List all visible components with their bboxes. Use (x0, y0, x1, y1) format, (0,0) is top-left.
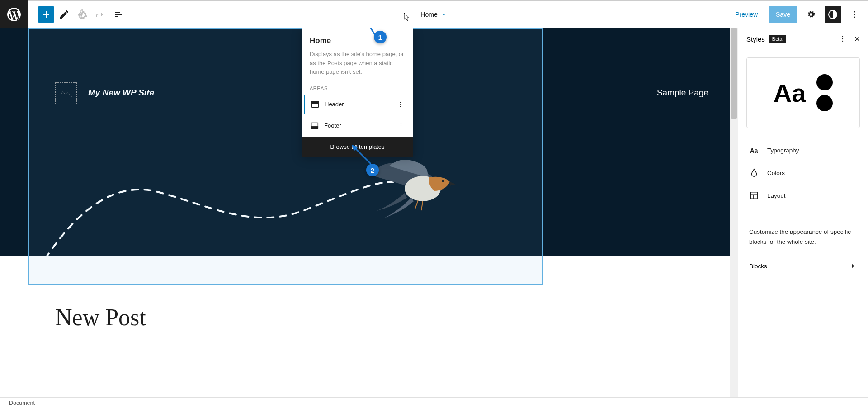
undo-arrow-icon (77, 9, 88, 20)
post-title[interactable]: New Post (55, 304, 146, 331)
canvas-scrollbar[interactable] (730, 28, 738, 397)
annotation-2: 2 (366, 164, 379, 176)
header-layout-icon (310, 100, 320, 109)
layout-icon (749, 190, 759, 200)
divider (738, 218, 868, 218)
svg-point-22 (842, 41, 843, 42)
svg-point-20 (842, 36, 843, 37)
sidebar-header: Styles Beta (738, 28, 868, 50)
annotation-arrow-icon (352, 145, 374, 167)
annotation-arrow-icon (360, 28, 378, 39)
bird-illustration (362, 152, 457, 225)
style-preview-text: Aa (774, 78, 806, 108)
save-button[interactable]: Save (769, 6, 797, 23)
blocks-item[interactable]: Blocks (738, 256, 868, 276)
svg-line-16 (363, 28, 376, 37)
topbar-right: Preview Save (730, 6, 868, 23)
add-block-button[interactable] (38, 6, 54, 23)
editor-canvas[interactable]: My New WP Site Sample Page New Post Home… (0, 28, 738, 397)
sidebar-close-button[interactable] (852, 33, 863, 44)
site-title-link[interactable]: My New WP Site (88, 88, 154, 98)
color-swatches (816, 74, 833, 111)
close-icon (853, 34, 862, 43)
typography-icon: Aa (749, 145, 759, 155)
edit-tool-button[interactable] (56, 6, 72, 23)
mouse-cursor-icon (404, 13, 411, 22)
styles-toggle-button[interactable] (825, 6, 841, 23)
kebab-icon (849, 9, 860, 20)
chevron-down-icon (441, 11, 448, 18)
area-item-footer[interactable]: Footer (304, 116, 410, 135)
style-preview-card[interactable]: Aa (746, 57, 860, 128)
styles-sidebar: Styles Beta Aa Aa Typography Colors Layo… (738, 28, 868, 397)
svg-point-21 (842, 38, 843, 39)
pencil-icon (59, 9, 70, 20)
svg-point-8 (400, 102, 401, 103)
typography-item[interactable]: Aa Typography (738, 139, 868, 161)
template-selector[interactable]: Home (420, 11, 447, 18)
svg-point-9 (400, 104, 401, 104)
nav-sample-page[interactable]: Sample Page (657, 88, 708, 98)
annotation-1: 1 (374, 31, 387, 43)
footer-layout-icon (310, 121, 320, 131)
dropdown-title: Home (310, 36, 405, 45)
kebab-icon (838, 34, 847, 43)
kebab-icon[interactable] (397, 122, 405, 130)
colors-item[interactable]: Colors (738, 161, 868, 184)
redo-button[interactable] (92, 6, 108, 23)
svg-point-2 (854, 14, 855, 15)
beta-badge: Beta (769, 35, 786, 43)
blocks-label: Blocks (749, 263, 767, 270)
style-sections: Aa Typography Colors Layout (738, 135, 868, 210)
dropdown-areas-label: AREAS (302, 80, 413, 95)
svg-point-13 (401, 123, 401, 124)
plus-icon (41, 9, 52, 20)
preview-button[interactable]: Preview (730, 7, 763, 22)
gear-icon (806, 9, 816, 20)
svg-rect-12 (311, 126, 318, 128)
area-label: Footer (324, 122, 341, 129)
dropdown-header: Home Displays as the site's home page, o… (302, 28, 413, 80)
wordpress-logo-button[interactable] (0, 0, 28, 28)
dropdown-description: Displays as the site's home page, or as … (310, 50, 405, 76)
contrast-icon (827, 9, 838, 20)
area-item-header[interactable]: Header (304, 95, 410, 114)
svg-point-10 (400, 106, 401, 107)
sidebar-note: Customize the appearance of specific blo… (738, 225, 868, 256)
template-dropdown: Home Displays as the site's home page, o… (302, 28, 413, 157)
svg-line-18 (354, 147, 371, 164)
sidebar-title: Styles (746, 35, 765, 43)
tool-group-left (38, 6, 127, 23)
site-logo-placeholder[interactable] (55, 82, 77, 104)
breadcrumb-bar: Document (0, 397, 868, 408)
breadcrumb-document[interactable]: Document (9, 400, 35, 406)
svg-point-5 (442, 180, 444, 182)
scrollbar-thumb[interactable] (731, 28, 737, 119)
more-menu-button[interactable] (846, 6, 863, 23)
svg-rect-7 (312, 101, 319, 104)
kebab-icon[interactable] (396, 100, 405, 109)
svg-point-3 (854, 16, 855, 18)
svg-point-15 (401, 127, 401, 128)
undo-button[interactable] (74, 6, 90, 23)
item-label: Typography (767, 147, 799, 154)
template-name: Home (420, 11, 437, 18)
list-view-button[interactable] (110, 6, 127, 23)
redo-icon (95, 9, 106, 20)
area-label: Header (325, 101, 344, 108)
wordpress-icon (6, 6, 22, 23)
svg-point-1 (854, 11, 855, 12)
item-label: Colors (767, 170, 785, 176)
editor-topbar: Home Preview Save (0, 0, 868, 28)
item-label: Layout (767, 192, 786, 199)
svg-rect-24 (751, 192, 758, 199)
list-icon (113, 9, 124, 20)
svg-text:Aa: Aa (750, 147, 758, 154)
settings-button[interactable] (803, 6, 819, 23)
chevron-right-icon (849, 262, 857, 270)
drop-icon (749, 168, 759, 178)
sidebar-more-button[interactable] (837, 33, 848, 44)
image-placeholder-icon (60, 89, 72, 98)
layout-item[interactable]: Layout (738, 184, 868, 207)
svg-point-14 (401, 125, 401, 126)
